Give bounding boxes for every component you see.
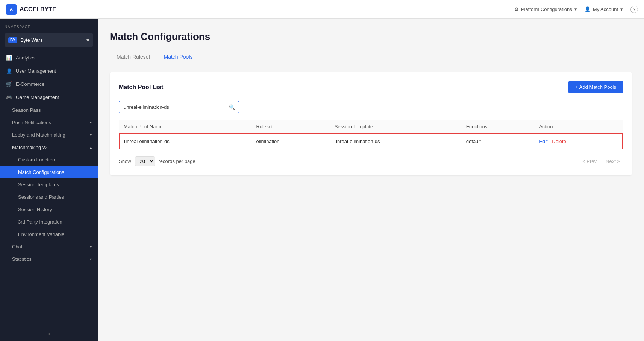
- namespace-label: NAMESPACE: [0, 19, 98, 32]
- prev-button[interactable]: < Prev: [579, 157, 600, 166]
- search-input[interactable]: [119, 101, 239, 113]
- namespace-dropdown[interactable]: BY Byte Wars ▾: [5, 33, 93, 47]
- sidebar-item-statistics[interactable]: Statistics ▾: [0, 253, 98, 265]
- records-per-page-label: records per page: [159, 158, 195, 164]
- sidebar-item-sessions-parties[interactable]: Sessions and Parties: [0, 191, 98, 203]
- sidebar-item-analytics[interactable]: 📊 Analytics: [0, 51, 98, 64]
- lobby-matchmaking-arrow: ▾: [90, 133, 92, 137]
- lobby-matchmaking-label: Lobby and Matchmaking: [12, 132, 65, 138]
- tabs: Match Ruleset Match Pools: [110, 50, 632, 64]
- delete-button[interactable]: Delete: [552, 139, 566, 144]
- brand-name: ACCELBYTE: [20, 6, 56, 13]
- sidebar-item-session-history[interactable]: Session History: [0, 203, 98, 216]
- match-pool-table: Match Pool Name Ruleset Session Template…: [119, 120, 623, 149]
- my-account-menu[interactable]: 👤 My Account ▾: [585, 6, 623, 12]
- top-nav-right: ⚙ Platform Configurations ▾ 👤 My Account…: [514, 6, 638, 13]
- help-button[interactable]: ?: [630, 6, 638, 13]
- col-action: Action: [535, 120, 623, 134]
- gear-icon: ⚙: [514, 6, 519, 12]
- cell-ruleset: elimination: [252, 134, 330, 149]
- edit-button[interactable]: Edit: [539, 139, 547, 144]
- sidebar-item-custom-function[interactable]: Custom Function: [0, 154, 98, 166]
- tab-match-pools[interactable]: Match Pools: [157, 50, 199, 64]
- my-account-label: My Account: [593, 6, 618, 12]
- ecommerce-label: E-Commerce: [16, 81, 45, 87]
- col-match-pool-name: Match Pool Name: [119, 120, 252, 134]
- push-notifications-label: Push Notifications: [12, 120, 51, 125]
- cell-action: Edit Delete: [535, 134, 623, 149]
- sidebar-item-ecommerce[interactable]: 🛒 E-Commerce: [0, 78, 98, 91]
- user-management-label: User Management: [16, 68, 56, 74]
- add-match-pools-button[interactable]: + Add Match Pools: [568, 81, 623, 93]
- platform-config-menu[interactable]: ⚙ Platform Configurations ▾: [514, 6, 577, 12]
- namespace-name: Byte Wars: [20, 37, 83, 43]
- logo-area: A ACCELBYTE: [6, 4, 56, 15]
- sidebar-item-chat[interactable]: Chat ▾: [0, 241, 98, 253]
- sessions-parties-label: Sessions and Parties: [18, 194, 64, 200]
- table-row: unreal-elimination-ds elimination unreal…: [119, 134, 623, 149]
- cell-session-template: unreal-elimination-ds: [330, 134, 462, 149]
- card-header: Match Pool List + Add Match Pools: [119, 81, 623, 93]
- chevron-down-icon-2: ▾: [620, 6, 623, 12]
- main-layout: NAMESPACE BY Byte Wars ▾ 📊 Analytics 👤 U…: [0, 19, 644, 341]
- search-wrap: 🔍: [119, 101, 239, 113]
- chat-arrow: ▾: [90, 245, 92, 249]
- sidebar: NAMESPACE BY Byte Wars ▾ 📊 Analytics 👤 U…: [0, 19, 98, 341]
- match-configurations-label: Match Configurations: [18, 169, 64, 175]
- page-title: Match Configurations: [110, 31, 632, 43]
- col-ruleset: Ruleset: [252, 120, 330, 134]
- chevron-down-icon: ▾: [574, 6, 577, 12]
- top-nav: A ACCELBYTE ⚙ Platform Configurations ▾ …: [0, 0, 644, 19]
- session-templates-label: Session Templates: [18, 182, 59, 187]
- content-area: Match Configurations Match Ruleset Match…: [98, 19, 644, 341]
- user-icon: 👤: [585, 6, 591, 12]
- pagination-row: Show 20 records per page < Prev Next >: [119, 156, 623, 166]
- sidebar-item-lobby-matchmaking[interactable]: Lobby and Matchmaking ▾: [0, 129, 98, 141]
- search-icon-button[interactable]: 🔍: [229, 104, 235, 110]
- sidebar-item-3rd-party-integration[interactable]: 3rd Party Integration: [0, 216, 98, 228]
- match-pool-card: Match Pool List + Add Match Pools 🔍 Matc…: [110, 72, 632, 175]
- page-size-select[interactable]: 20: [135, 156, 155, 166]
- ecommerce-icon: 🛒: [6, 81, 12, 87]
- cell-pool-name: unreal-elimination-ds: [119, 134, 252, 149]
- show-label: Show: [119, 158, 131, 164]
- environment-variable-label: Environment Variable: [18, 231, 64, 237]
- col-session-template: Session Template: [330, 120, 462, 134]
- push-notifications-arrow: ▾: [90, 120, 92, 125]
- platform-config-label: Platform Configurations: [521, 6, 572, 12]
- statistics-label: Statistics: [12, 256, 32, 262]
- analytics-icon: 📊: [6, 55, 12, 61]
- custom-function-label: Custom Function: [18, 157, 55, 163]
- col-functions: Functions: [462, 120, 535, 134]
- namespace-badge: BY: [8, 37, 17, 43]
- next-button[interactable]: Next >: [603, 157, 623, 166]
- tab-match-ruleset[interactable]: Match Ruleset: [110, 50, 157, 64]
- game-management-icon: 🎮: [6, 94, 12, 100]
- logo-icon: A: [6, 4, 17, 15]
- card-title: Match Pool List: [119, 84, 163, 91]
- sidebar-item-game-management[interactable]: 🎮 Game Management: [0, 91, 98, 104]
- namespace-chevron-icon: ▾: [86, 37, 89, 44]
- table-header: Match Pool Name Ruleset Session Template…: [119, 120, 623, 134]
- help-icon: ?: [630, 6, 638, 13]
- sidebar-collapse-button[interactable]: «: [0, 327, 98, 341]
- sidebar-item-match-configurations[interactable]: Match Configurations: [0, 166, 98, 178]
- chat-label: Chat: [12, 244, 22, 250]
- user-management-icon: 👤: [6, 68, 12, 74]
- collapse-icon: «: [48, 331, 50, 336]
- table-body: unreal-elimination-ds elimination unreal…: [119, 134, 623, 149]
- sidebar-item-user-management[interactable]: 👤 User Management: [0, 64, 98, 78]
- sidebar-item-matchmaking-v2[interactable]: Matchmaking v2 ▴: [0, 141, 98, 154]
- analytics-label: Analytics: [16, 55, 35, 61]
- cell-functions: default: [462, 134, 535, 149]
- matchmaking-v2-arrow: ▴: [90, 145, 92, 149]
- sidebar-item-push-notifications[interactable]: Push Notifications ▾: [0, 116, 98, 129]
- statistics-arrow: ▾: [90, 257, 92, 261]
- matchmaking-v2-label: Matchmaking v2: [12, 145, 48, 150]
- sidebar-item-session-templates[interactable]: Session Templates: [0, 178, 98, 191]
- sidebar-item-environment-variable[interactable]: Environment Variable: [0, 228, 98, 241]
- game-management-label: Game Management: [16, 94, 59, 100]
- sidebar-item-season-pass[interactable]: Season Pass: [0, 104, 98, 116]
- session-history-label: Session History: [18, 207, 52, 212]
- 3rd-party-integration-label: 3rd Party Integration: [18, 219, 62, 225]
